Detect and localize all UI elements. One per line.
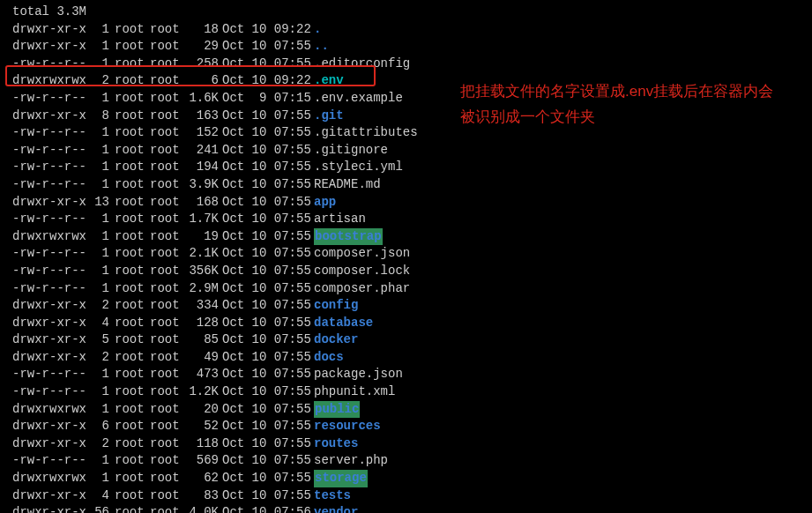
owner: root: [115, 366, 150, 383]
date: Oct 10 07:55: [222, 315, 314, 332]
permissions: -rw-r--r--: [12, 366, 92, 383]
file-name: phpunit.xml: [314, 383, 395, 401]
date: Oct 10 07:55: [222, 194, 314, 212]
file-name: .gitignore: [314, 142, 388, 160]
date: Oct 10 07:55: [222, 331, 314, 349]
date: Oct 10 07:55: [222, 142, 314, 160]
group: root: [150, 21, 185, 39]
owner: root: [115, 108, 150, 125]
file-row: -rw-r--r--1rootroot356KOct 10 07:55compo…: [12, 263, 812, 280]
file-row: drwxr-xr-x2rootroot49Oct 10 07:55docs: [12, 349, 812, 367]
link-count: 2: [92, 72, 115, 90]
file-name: vendor: [314, 504, 358, 513]
group: root: [150, 297, 185, 315]
permissions: -rw-r--r--: [12, 124, 92, 142]
owner: root: [115, 263, 150, 280]
owner: root: [115, 142, 150, 160]
link-count: 1: [92, 176, 115, 194]
owner: root: [115, 331, 150, 349]
file-name: artisan: [314, 211, 366, 228]
date: Oct 10 07:55: [222, 263, 314, 280]
file-row: -rw-r--r--1rootroot3.9KOct 10 07:55READM…: [12, 176, 812, 194]
date: Oct 10 07:55: [222, 487, 314, 505]
file-name: server.php: [314, 452, 388, 470]
owner: root: [115, 21, 150, 39]
size: 1.2K: [185, 383, 222, 401]
permissions: -rw-r--r--: [12, 159, 92, 176]
file-name: .env: [314, 72, 344, 90]
date: Oct 9 07:15: [222, 90, 314, 108]
permissions: drwxr-xr-x: [12, 297, 92, 315]
link-count: 1: [92, 245, 115, 263]
link-count: 2: [92, 349, 115, 367]
owner: root: [115, 297, 150, 315]
owner: root: [115, 401, 150, 419]
size: 152: [185, 124, 222, 142]
permissions: drwxrwxrwx: [12, 470, 92, 487]
size: 52: [185, 418, 222, 435]
file-row: drwxr-xr-x1rootroot29Oct 10 07:55..: [12, 38, 812, 56]
date: Oct 10 07:55: [222, 228, 314, 246]
group: root: [150, 124, 185, 142]
file-name: docker: [314, 331, 358, 349]
owner: root: [115, 38, 150, 56]
file-name: docs: [314, 349, 344, 367]
date: Oct 10 07:55: [222, 470, 314, 487]
size: 258: [185, 56, 222, 73]
permissions: drwxr-xr-x: [12, 194, 92, 212]
date: Oct 10 09:22: [222, 72, 314, 90]
date: Oct 10 09:22: [222, 21, 314, 39]
file-name: composer.lock: [314, 263, 410, 280]
link-count: 4: [92, 487, 115, 505]
group: root: [150, 245, 185, 263]
date: Oct 10 07:55: [222, 452, 314, 470]
file-name: config: [314, 297, 358, 315]
owner: root: [115, 228, 150, 246]
group: root: [150, 435, 185, 453]
permissions: drwxr-xr-x: [12, 349, 92, 367]
file-name: storage: [314, 470, 368, 487]
owner: root: [115, 504, 150, 513]
group: root: [150, 159, 185, 176]
group: root: [150, 366, 185, 383]
file-name: .styleci.yml: [314, 159, 403, 176]
size: 356K: [185, 263, 222, 280]
date: Oct 10 07:56: [222, 504, 314, 513]
date: Oct 10 07:55: [222, 418, 314, 435]
file-row: -rw-r--r--1rootroot2.1KOct 10 07:55compo…: [12, 245, 812, 263]
group: root: [150, 38, 185, 56]
size: 3.9K: [185, 176, 222, 194]
link-count: 1: [92, 56, 115, 73]
owner: root: [115, 176, 150, 194]
owner: root: [115, 487, 150, 505]
permissions: drwxr-xr-x: [12, 331, 92, 349]
group: root: [150, 349, 185, 367]
link-count: 1: [92, 280, 115, 298]
date: Oct 10 07:55: [222, 56, 314, 73]
total-line: total 3.3M: [12, 4, 812, 21]
link-count: 13: [92, 194, 115, 212]
size: 18: [185, 21, 222, 39]
link-count: 1: [92, 366, 115, 383]
date: Oct 10 07:55: [222, 435, 314, 453]
file-row: drwxrwxrwx1rootroot20Oct 10 07:55public: [12, 401, 812, 419]
date: Oct 10 07:55: [222, 124, 314, 142]
file-row: drwxr-xr-x1rootroot18Oct 10 09:22.: [12, 21, 812, 39]
permissions: -rw-r--r--: [12, 211, 92, 228]
size: 163: [185, 108, 222, 125]
owner: root: [115, 470, 150, 487]
file-row: -rw-r--r--1rootroot1.7KOct 10 07:55artis…: [12, 211, 812, 228]
link-count: 56: [92, 504, 115, 513]
group: root: [150, 194, 185, 212]
file-name: app: [314, 194, 336, 212]
file-name: .gitattributes: [314, 124, 418, 142]
date: Oct 10 07:55: [222, 349, 314, 367]
date: Oct 10 07:55: [222, 38, 314, 56]
permissions: drwxr-xr-x: [12, 487, 92, 505]
file-row: drwxr-xr-x2rootroot334Oct 10 07:55config: [12, 297, 812, 315]
permissions: drwxr-xr-x: [12, 315, 92, 332]
size: 49: [185, 349, 222, 367]
permissions: -rw-r--r--: [12, 263, 92, 280]
owner: root: [115, 280, 150, 298]
owner: root: [115, 194, 150, 212]
